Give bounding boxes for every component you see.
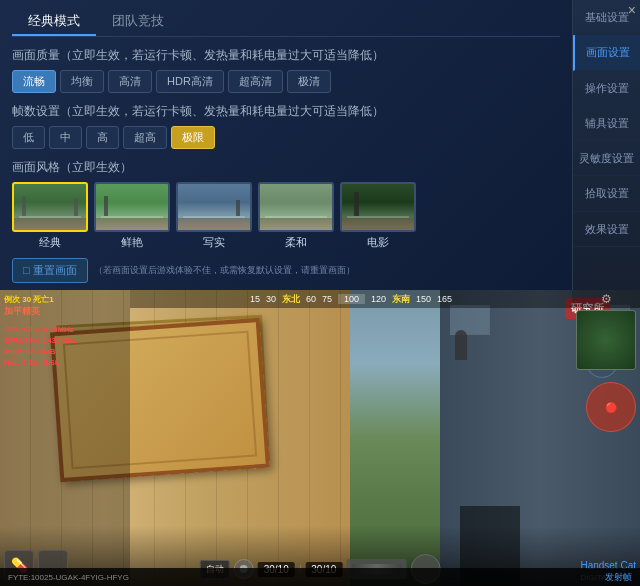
reset-button[interactable]: □ 重置画面	[12, 258, 88, 283]
fps-low[interactable]: 低	[12, 126, 45, 149]
fire-button[interactable]: 🔴	[586, 382, 636, 432]
settings-sidebar: × 基础设置 画面设置 操作设置 辅具设置 灵敏度设置 拾取设置 效果设置	[572, 0, 640, 290]
compass-100: 100	[338, 294, 365, 304]
style-classic-label: 经典	[39, 235, 61, 250]
style-fresh[interactable]: 鲜艳	[94, 182, 170, 250]
style-classic[interactable]: 经典	[12, 182, 88, 250]
gear-icon[interactable]: ⚙	[601, 292, 612, 306]
map-indicator: ⚙	[572, 290, 640, 308]
quality-smooth[interactable]: 流畅	[12, 70, 56, 93]
hud-match-info: 例次 30 死亡1	[4, 294, 126, 305]
compass-150: 150	[416, 294, 431, 304]
style-classic-thumb	[12, 182, 88, 232]
fps-buttons: 低 中 高 超高 极限	[12, 126, 560, 149]
close-button[interactable]: ×	[628, 2, 636, 18]
quality-buttons: 流畅 均衡 高清 HDR高清 超高清 极清	[12, 70, 560, 93]
style-shadow[interactable]: 电影	[340, 182, 416, 250]
hud-net: Net: 4.1k↑ 5.6k↑	[4, 357, 126, 368]
style-soft-label: 柔和	[285, 235, 307, 250]
quality-label: 画面质量（立即生效，若运行卡顿、发热量和耗电量过大可适当降低）	[12, 47, 560, 64]
compass-120: 120	[371, 294, 386, 304]
hud-gpu: GPU:73%-1430MHz	[4, 335, 126, 346]
tab-team[interactable]: 团队竞技	[96, 8, 180, 36]
style-fresh-label: 鲜艳	[121, 235, 143, 250]
quality-extreme[interactable]: 极清	[287, 70, 331, 93]
fps-high[interactable]: 高	[86, 126, 119, 149]
share-btn[interactable]: 发射帧	[605, 571, 632, 584]
style-soft[interactable]: 柔和	[258, 182, 334, 250]
quality-ultra[interactable]: 超高清	[228, 70, 283, 93]
reset-row: □ 重置画面 （若画面设置后游戏体验不佳，或需恢复默认设置，请重置画面）	[12, 258, 560, 283]
tab-classic[interactable]: 经典模式	[12, 8, 96, 36]
compass-165: 165	[437, 294, 452, 304]
style-shadow-label: 电影	[367, 235, 389, 250]
style-fresh-thumb	[94, 182, 170, 232]
fps-extreme[interactable]: 极限	[171, 126, 215, 149]
compass-bar: 15 30 东北 60 75 100 120 东南 150 165	[130, 290, 572, 308]
hud-cpu: CPU:623-1430MHz	[4, 324, 126, 335]
compass-75: 75	[322, 294, 332, 304]
minimap[interactable]	[576, 310, 636, 370]
sidebar-sensitivity[interactable]: 灵敏度设置	[573, 141, 640, 176]
mode-tabs: 经典模式 团队竞技	[12, 8, 560, 37]
style-real[interactable]: 写实	[176, 182, 252, 250]
compass-southeast: 东南	[392, 293, 410, 306]
style-real-label: 写实	[203, 235, 225, 250]
settings-panel: 经典模式 团队竞技 画面质量（立即生效，若运行卡顿、发热量和耗电量过大可适当降低…	[0, 0, 640, 290]
sidebar-pickup[interactable]: 拾取设置	[573, 176, 640, 211]
style-shadow-thumb	[340, 182, 416, 232]
hud-mem: MEM:1266MB	[4, 346, 126, 357]
bottom-info: FYTE:10025-UGAK-4FYIG-HFYG	[8, 573, 129, 582]
reset-note: （若画面设置后游戏体验不佳，或需恢复默认设置，请重置画面）	[94, 264, 355, 277]
sidebar-effects[interactable]: 效果设置	[573, 212, 640, 247]
fps-mid[interactable]: 中	[49, 126, 82, 149]
bottom-strip: FYTE:10025-UGAK-4FYIG-HFYG 发射帧	[0, 568, 640, 586]
style-label: 画面风格（立即生效）	[12, 159, 560, 176]
hud-title: 加平精英	[4, 305, 126, 318]
sidebar-controls[interactable]: 操作设置	[573, 71, 640, 106]
quality-hdr[interactable]: HDR高清	[156, 70, 224, 93]
compass-northeast: 东北	[282, 293, 300, 306]
quality-balanced[interactable]: 均衡	[60, 70, 104, 93]
settings-main: 经典模式 团队竞技 画面质量（立即生效，若运行卡顿、发热量和耗电量过大可适当降低…	[0, 0, 572, 290]
fps-label: 帧数设置（立即生效，若运行卡顿、发热量和耗电量过大可适当降低）	[12, 103, 560, 120]
game-area: 研究所 例次 30 死亡1 加平精英 CPU:623-1430MHz GPU:7…	[0, 290, 640, 586]
compass-15: 15	[250, 294, 260, 304]
fps-ultra[interactable]: 超高	[123, 126, 167, 149]
quality-hd[interactable]: 高清	[108, 70, 152, 93]
style-soft-thumb	[258, 182, 334, 232]
compass-60: 60	[306, 294, 316, 304]
sidebar-scope[interactable]: 辅具设置	[573, 106, 640, 141]
sidebar-graphics[interactable]: 画面设置	[573, 35, 640, 70]
compass-30: 30	[266, 294, 276, 304]
style-thumbnails: 经典 鲜艳 写实 柔和 电影	[12, 182, 560, 250]
style-real-thumb	[176, 182, 252, 232]
